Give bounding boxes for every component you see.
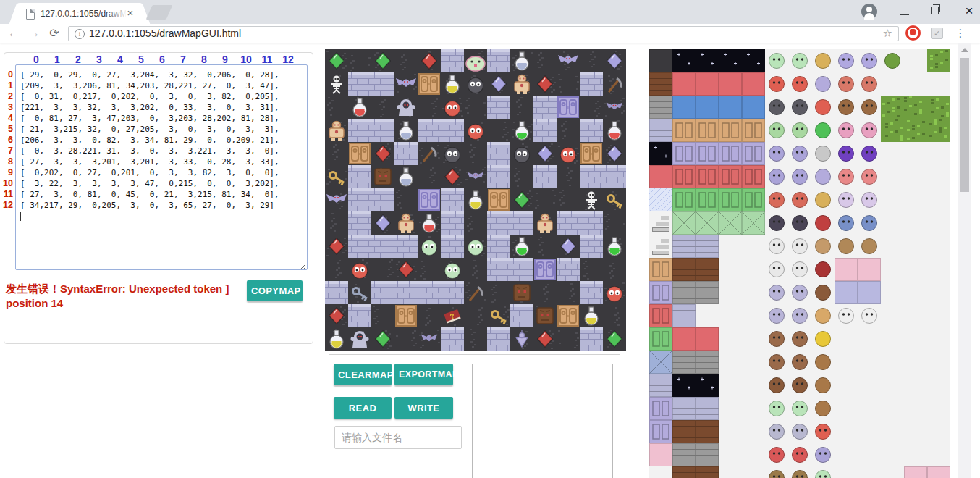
filename-input[interactable] [334,426,462,449]
matrix-row-header: 4 [1,113,13,124]
clearmap-button[interactable]: CLEARMAP [334,364,392,385]
browser-tab[interactable]: 127.0.0.1:1055/drawMa × [19,3,140,24]
matrix-row-header: 2 [1,91,13,102]
browser-window: 127.0.0.1:1055/drawMa × × ← → ⟳ i 127.0.… [0,0,980,478]
matrix-col-header: 2 [68,54,88,65]
page-favicon-icon [26,9,35,20]
matrix-row-header: 12 [1,200,13,211]
scrollbar-up-icon[interactable] [961,48,968,52]
adblock-extension-icon[interactable] [905,25,921,41]
output-box [472,364,613,478]
exportmap-button[interactable]: EXPORTMAP [394,364,453,385]
matrix-row-header: 7 [1,146,13,156]
browser-menu-icon[interactable]: ⋮ [952,25,969,42]
matrix-col-header: 12 [278,54,298,65]
matrix-col-header: 10 [236,54,256,65]
matrix-row-header: 1 [1,80,13,91]
address-bar[interactable]: i 127.0.0.1:1055/drawMapGUI.html ☆ [68,26,899,41]
checkbox-extension-icon[interactable]: ✓ [931,28,943,39]
tile-map-canvas[interactable] [325,49,626,351]
bookmark-star-icon[interactable]: ☆ [883,27,892,40]
text-caret [20,212,21,221]
divider-line [329,354,620,355]
matrix-row-header: 9 [1,167,13,178]
matrix-row-header: 3 [1,102,13,113]
matrix-col-header: 0 [26,54,46,65]
page-info-icon[interactable]: i [75,29,85,39]
matrix-col-header: 1 [47,54,67,65]
matrix-col-header: 6 [152,54,172,65]
tileset-palette-canvas[interactable] [649,49,950,478]
forward-icon[interactable]: → [25,24,43,43]
tab-close-icon[interactable]: × [124,7,136,19]
error-message: 发生错误！SyntaxError: Unexpected token ] pos… [6,282,246,310]
address-toolbar: ← → ⟳ i 127.0.0.1:1055/drawMapGUI.html ☆… [0,24,980,43]
write-button[interactable]: WRITE [394,397,453,419]
scrollbar-thumb[interactable] [960,58,969,192]
window-close-button[interactable]: × [961,3,977,19]
matrix-row-header: 11 [1,189,13,200]
matrix-textarea[interactable] [15,64,308,270]
matrix-row-header: 6 [1,135,13,146]
window-minimize-button[interactable] [900,14,909,15]
matrix-row-header: 5 [1,124,13,135]
matrix-row-header: 8 [1,156,13,167]
matrix-col-header: 4 [110,54,130,65]
new-tab-button[interactable] [146,5,173,20]
tab-bar: 127.0.0.1:1055/drawMa × × [0,0,980,24]
page-scrollbar[interactable] [958,43,971,478]
matrix-col-header: 9 [215,54,235,65]
matrix-row-header: 0 [1,70,13,80]
copymap-button[interactable]: COPYMAP [247,280,303,301]
matrix-col-header: 8 [194,54,214,65]
profile-avatar-icon[interactable] [861,4,877,20]
matrix-col-header: 3 [89,54,109,65]
read-button[interactable]: READ [334,397,392,419]
url-text[interactable]: 127.0.0.1:1055/drawMapGUI.html [89,28,241,39]
matrix-col-header: 7 [173,54,193,65]
window-restore-button[interactable] [931,7,939,14]
matrix-row-header: 10 [1,178,13,189]
matrix-col-header: 11 [257,54,277,65]
matrix-col-header: 5 [131,54,151,65]
back-icon[interactable]: ← [4,24,23,43]
reload-icon[interactable]: ⟳ [45,24,64,43]
